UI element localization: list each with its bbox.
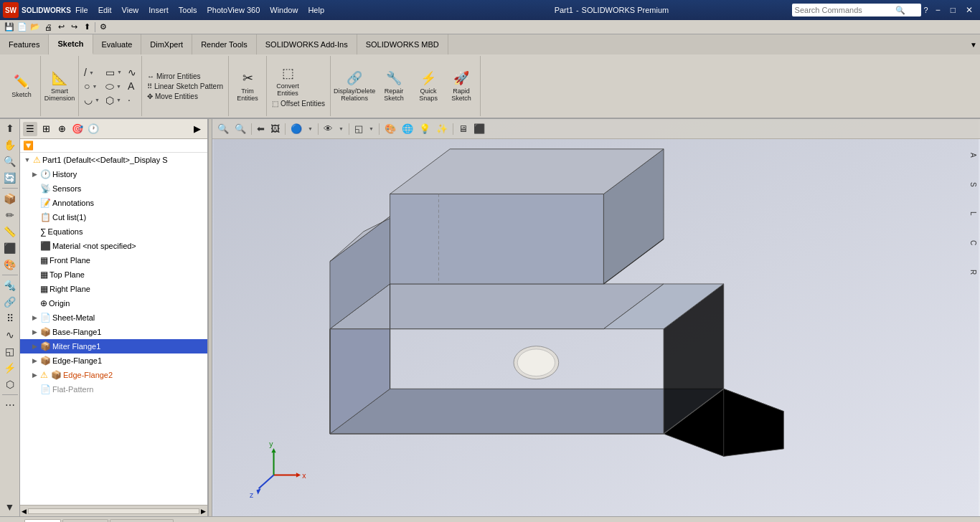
scroll-track[interactable] <box>28 508 199 514</box>
ft-tab-props[interactable]: ⊞ <box>39 122 53 136</box>
vt-display-3d[interactable]: 🖥 <box>456 121 470 137</box>
restore-button[interactable]: □ <box>946 5 960 15</box>
menu-file[interactable]: File <box>71 4 93 16</box>
vt-scene[interactable]: ⬛ <box>471 121 487 137</box>
rp-appear[interactable]: A <box>967 141 979 169</box>
arc-button[interactable]: ◡▼ <box>82 93 102 106</box>
rapid-sketch-button[interactable]: 🚀 RapidSketch <box>446 69 477 103</box>
rp-scene[interactable]: S <box>967 170 979 199</box>
trim-button[interactable]: ✂ TrimEntities <box>232 69 263 103</box>
ft-more[interactable]: ▶ <box>190 122 204 136</box>
tree-item-top-plane[interactable]: ▦ Top Plane <box>20 267 207 282</box>
search-input[interactable] <box>795 6 895 14</box>
vt-shadows[interactable]: 💡 <box>417 121 433 137</box>
vt-realview[interactable]: 🌐 <box>400 121 415 137</box>
vt-search[interactable]: 🔍 <box>215 121 231 137</box>
mirror-entities-button[interactable]: ↔Mirror Entities <box>145 72 225 81</box>
3d-model-view[interactable]: x y z <box>212 119 980 516</box>
tab-motion-study[interactable]: Motion Study 1 <box>110 519 174 522</box>
move-entities-button[interactable]: ✥Move Entities <box>145 92 225 101</box>
qat-new[interactable]: 📄 <box>17 22 28 33</box>
tab-addins[interactable]: SOLIDWORKS Add-Ins <box>257 34 357 54</box>
qat-select[interactable]: ⬆ <box>81 22 93 33</box>
qat-open[interactable]: 📂 <box>29 22 41 33</box>
linear-pattern-button[interactable]: ⠿Linear Sketch Pattern <box>145 82 225 91</box>
offset-entities-button[interactable]: ⬚ Offset Entities <box>270 99 327 108</box>
sketch-button[interactable]: ✏️ Sketch <box>6 72 37 100</box>
tree-item-equations[interactable]: ∑ Equations <box>20 224 207 239</box>
lt-curve[interactable]: ∿ <box>2 327 18 343</box>
vt-hide-show[interactable]: 👁 <box>321 121 335 137</box>
tree-item-sheet-metal[interactable]: ▶ 📄 Sheet-Metal <box>20 310 207 325</box>
lt-collapse[interactable]: ▼ <box>2 499 18 515</box>
lt-mate[interactable]: 🔗 <box>2 294 18 310</box>
vt-section-dd[interactable]: ▼ <box>367 121 376 137</box>
tab-evaluate[interactable]: Evaluate <box>93 34 142 54</box>
menu-insert[interactable]: Insert <box>144 4 173 16</box>
tree-item-sensors[interactable]: 📡 Sensors <box>20 181 207 196</box>
text-button[interactable]: A <box>126 80 138 92</box>
rectangle-button[interactable]: ▭▼ <box>103 66 124 79</box>
lt-pattern[interactable]: ⠿ <box>2 310 18 326</box>
polygon-button[interactable]: ⬡▼ <box>103 94 124 107</box>
tab-dimxpert[interactable]: DimXpert <box>141 34 192 54</box>
help-icon[interactable]: ? <box>924 6 928 14</box>
tree-item-miter-flange[interactable]: ▶ 📦 Miter Flange1 <box>20 339 207 353</box>
lt-mold[interactable]: ⬡ <box>2 376 18 392</box>
repair-sketch-button[interactable]: 🔧 RepairSketch <box>377 69 411 103</box>
tree-scrollbar-h[interactable]: ◀ ▶ <box>20 505 207 516</box>
rp-camera[interactable]: C <box>967 229 979 257</box>
tab-model[interactable]: Model <box>24 519 61 522</box>
vt-ambient[interactable]: ✨ <box>434 121 450 137</box>
menu-help[interactable]: Help <box>303 4 329 16</box>
menu-view[interactable]: View <box>118 4 143 16</box>
tab-mbd[interactable]: SOLIDWORKS MBD <box>357 34 448 54</box>
ft-tab-tree[interactable]: ☰ <box>23 122 37 136</box>
tab-sketch[interactable]: Sketch <box>49 34 93 54</box>
lt-measure[interactable]: 📏 <box>2 224 18 239</box>
viewport[interactable]: 🔍 🔍 ⬅ 🖼 🔵 ▼ 👁 ▼ ◱ ▼ 🎨 🌐 💡 ✨ 🖥 ⬛ <box>212 119 980 516</box>
convert-entities-button[interactable]: ⬚ Convert Entities <box>270 64 306 98</box>
lt-material[interactable]: ⬛ <box>2 240 18 256</box>
lt-weld[interactable]: ⚡ <box>2 360 18 376</box>
scroll-right[interactable]: ▶ <box>199 508 207 515</box>
vt-section-view[interactable]: ◱ <box>352 121 365 137</box>
rp-lights[interactable]: L <box>967 199 979 228</box>
lt-rotate[interactable]: 🔄 <box>2 170 18 186</box>
display-delete-button[interactable]: 🔗 Display/DeleteRelations <box>334 69 375 103</box>
tree-item-base-flange[interactable]: ▶ 📦 Base-Flange1 <box>20 325 207 339</box>
rp-realview[interactable]: R <box>967 258 979 287</box>
tab-3dviews[interactable]: 3D Views <box>62 519 108 522</box>
quick-snaps-button[interactable]: ⚡ QuickSnaps <box>413 69 444 103</box>
vt-previous-view[interactable]: ⬅ <box>255 121 267 137</box>
close-button[interactable]: ✕ <box>961 5 977 15</box>
vt-appearance[interactable]: 🎨 <box>382 121 398 137</box>
tree-item-origin[interactable]: ⊕ Origin <box>20 296 207 310</box>
qat-undo[interactable]: ↩ <box>55 22 67 33</box>
tab-render[interactable]: Render Tools <box>192 34 257 54</box>
qat-options[interactable]: ⚙ <box>98 22 109 33</box>
ft-tab-display[interactable]: 🎯 <box>70 122 85 136</box>
lt-zoom[interactable]: 🔍 <box>2 153 18 169</box>
tree-item-front-plane[interactable]: ▦ Front Plane <box>20 253 207 267</box>
menu-edit[interactable]: Edit <box>94 4 116 16</box>
slot-button[interactable]: ⬭▼ <box>103 80 124 93</box>
lt-appearance[interactable]: 🎨 <box>2 257 18 272</box>
ribbon-expand-icon[interactable]: ▼ <box>970 41 977 49</box>
menu-window[interactable]: Window <box>265 4 302 16</box>
search-box[interactable]: 🔍 <box>792 4 921 16</box>
tree-item-cutlist[interactable]: 📋 Cut list(1) <box>20 210 207 224</box>
tab-features[interactable]: Features <box>0 34 49 54</box>
qat-save[interactable]: 💾 <box>4 22 15 33</box>
tree-item-edge-flange1[interactable]: ▶ 📦 Edge-Flange1 <box>20 353 207 368</box>
ft-tab-appear[interactable]: 🕐 <box>86 122 100 136</box>
vt-display-dd[interactable]: ▼ <box>306 121 315 137</box>
menu-tools[interactable]: Tools <box>174 4 202 16</box>
tree-item-edge-flange2[interactable]: ▶ ⚠ 📦 Edge-Flange2 <box>20 368 207 382</box>
vt-zoom-area[interactable]: 🔍 <box>232 121 248 137</box>
tree-item-flat-pattern[interactable]: 📄 Flat-Pattern <box>20 382 207 397</box>
vt-display-style[interactable]: 🔵 <box>288 121 304 137</box>
lt-feature[interactable]: 📦 <box>2 191 18 207</box>
spline-button[interactable]: ∿ <box>126 66 138 79</box>
circle-button[interactable]: ○▼ <box>82 80 102 92</box>
